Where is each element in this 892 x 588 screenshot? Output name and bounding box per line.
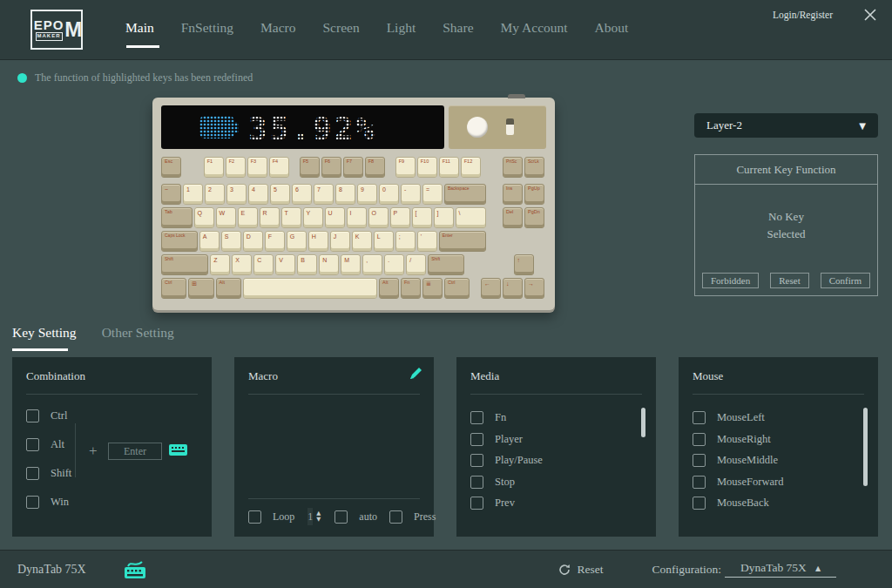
- configuration-dropdown[interactable]: DynaTab 75X ▲: [725, 561, 836, 578]
- key-f4[interactable]: F4: [269, 157, 289, 178]
- key-right[interactable]: →: [524, 278, 544, 299]
- key-f[interactable]: F: [265, 231, 285, 252]
- loop-checkbox[interactable]: Loop: [248, 510, 294, 524]
- key-esc[interactable]: Esc: [161, 157, 181, 178]
- key-1[interactable]: 1: [183, 184, 203, 205]
- key-capslock[interactable]: Caps Lock: [161, 231, 198, 252]
- rotary-knob[interactable]: [467, 117, 488, 138]
- key-f1[interactable]: F1: [204, 157, 224, 178]
- nav-screen[interactable]: Screen: [322, 20, 359, 39]
- checkbox-box[interactable]: [334, 510, 348, 524]
- key-f6[interactable]: F6: [321, 157, 341, 178]
- checkbox-box[interactable]: [470, 497, 483, 510]
- key-scrlk[interactable]: ScrLk: [524, 157, 544, 178]
- key-u[interactable]: U: [325, 207, 345, 228]
- checkbox-box[interactable]: [693, 411, 706, 424]
- key-f10[interactable]: F10: [417, 157, 437, 178]
- reset-button[interactable]: Reset: [558, 563, 604, 577]
- key-win[interactable]: ⊞: [188, 278, 213, 299]
- checkbox-box[interactable]: [470, 411, 483, 424]
- edit-pencil-icon[interactable]: [409, 367, 422, 380]
- key-prtsc[interactable]: PrtSc: [503, 157, 523, 178]
- key-pgup[interactable]: PgUp: [524, 184, 544, 205]
- layer-dropdown[interactable]: Layer-2 ▼: [694, 113, 878, 138]
- key-f5[interactable]: F5: [300, 157, 320, 178]
- key-z[interactable]: Z: [210, 254, 230, 275]
- mouse-checkbox-mouseright[interactable]: MouseRight: [693, 433, 864, 446]
- key-backslash[interactable]: \: [456, 207, 487, 228]
- key-tab[interactable]: Tab: [161, 207, 193, 228]
- key-pgdn[interactable]: PgDn: [524, 207, 544, 228]
- key-4[interactable]: 4: [248, 184, 268, 205]
- toggle-switch[interactable]: [506, 118, 514, 135]
- key-e[interactable]: E: [238, 207, 258, 228]
- key-j[interactable]: J: [330, 231, 350, 252]
- key-f2[interactable]: F2: [226, 157, 246, 178]
- key-y[interactable]: Y: [303, 207, 323, 228]
- forbidden-button[interactable]: Forbidden: [702, 273, 759, 288]
- reset-button[interactable]: Reset: [770, 273, 808, 288]
- nav-my-account[interactable]: My Account: [501, 20, 568, 39]
- key-rshift[interactable]: Shift: [428, 254, 464, 275]
- nav-main[interactable]: Main: [125, 20, 154, 39]
- key-lalt[interactable]: Alt: [216, 278, 241, 299]
- nav-about[interactable]: About: [595, 20, 629, 39]
- key-f11[interactable]: F11: [439, 157, 459, 178]
- checkbox-box[interactable]: [470, 433, 483, 446]
- key-equals[interactable]: =: [422, 184, 443, 205]
- spinner-arrows[interactable]: ▲ ▼: [316, 510, 321, 524]
- media-checkbox-play-pause[interactable]: Play/Pause: [470, 454, 642, 467]
- checkbox-box[interactable]: [693, 476, 706, 489]
- auto-checkbox[interactable]: auto: [334, 510, 377, 524]
- key-2[interactable]: 2: [205, 184, 225, 205]
- press-checkbox[interactable]: Press: [389, 510, 436, 524]
- tab-other-setting[interactable]: Other Setting: [102, 325, 174, 351]
- key-k[interactable]: K: [352, 231, 372, 252]
- key-rbracket[interactable]: ]: [434, 207, 454, 228]
- checkbox-box[interactable]: [26, 496, 39, 509]
- key-space[interactable]: [243, 278, 377, 299]
- mouse-checkbox-mouseleft[interactable]: MouseLeft: [693, 411, 864, 424]
- nav-share[interactable]: Share: [443, 20, 473, 39]
- key-del[interactable]: Del: [503, 207, 523, 228]
- key-r[interactable]: R: [260, 207, 280, 228]
- key-g[interactable]: G: [287, 231, 307, 252]
- key-h[interactable]: H: [308, 231, 328, 252]
- key-down[interactable]: ↓: [503, 278, 523, 299]
- key-i[interactable]: I: [347, 207, 367, 228]
- key-m[interactable]: M: [341, 254, 361, 275]
- close-icon[interactable]: [862, 7, 878, 23]
- tab-key-setting[interactable]: Key Setting: [12, 325, 77, 351]
- combination-checkbox-ctrl[interactable]: Ctrl: [26, 409, 198, 422]
- key-quote[interactable]: ': [417, 231, 437, 252]
- key-period[interactable]: .: [384, 254, 404, 275]
- checkbox-box[interactable]: [248, 510, 261, 524]
- key-w[interactable]: W: [216, 207, 236, 228]
- key-slash[interactable]: /: [406, 254, 426, 275]
- key-enter[interactable]: Enter: [439, 231, 486, 252]
- key-f9[interactable]: F9: [395, 157, 416, 178]
- loop-count-input[interactable]: 1: [307, 508, 313, 525]
- key-7[interactable]: 7: [314, 184, 334, 205]
- media-checkbox-prev[interactable]: Prev: [470, 497, 642, 510]
- key-f3[interactable]: F3: [247, 157, 267, 178]
- scrollbar[interactable]: [641, 408, 645, 437]
- key-l[interactable]: L: [374, 231, 394, 252]
- key-o[interactable]: O: [368, 207, 389, 228]
- spinner-down-icon[interactable]: ▼: [316, 517, 321, 523]
- checkbox-box[interactable]: [693, 433, 706, 446]
- checkbox-box[interactable]: [470, 476, 483, 489]
- key-f7[interactable]: F7: [343, 157, 363, 178]
- key-ralt[interactable]: Alt: [379, 278, 399, 299]
- combination-checkbox-shift[interactable]: Shift: [26, 467, 198, 480]
- key-b[interactable]: B: [297, 254, 317, 275]
- key-select-button[interactable]: Enter: [108, 443, 162, 460]
- media-checkbox-player[interactable]: Player: [470, 433, 642, 446]
- key-8[interactable]: 8: [335, 184, 355, 205]
- mouse-checkbox-mousemiddle[interactable]: MouseMiddle: [693, 454, 864, 467]
- nav-light[interactable]: Light: [387, 20, 416, 39]
- key-5[interactable]: 5: [270, 184, 290, 205]
- checkbox-box[interactable]: [26, 409, 39, 422]
- mouse-checkbox-mouseback[interactable]: MouseBack: [693, 497, 864, 510]
- key-x[interactable]: X: [232, 254, 252, 275]
